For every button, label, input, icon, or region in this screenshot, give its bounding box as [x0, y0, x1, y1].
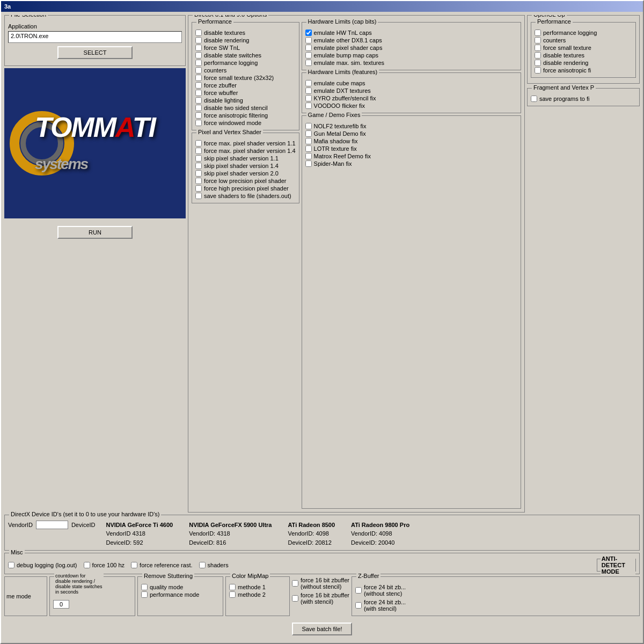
option-checkbox[interactable] [195, 60, 202, 66]
save-button[interactable]: Save batch file! [292, 623, 352, 635]
application-label: Application [8, 23, 182, 30]
option-checkbox[interactable] [305, 123, 312, 129]
top-row: File Selection Application 2.0\TRON.exe … [4, 15, 640, 513]
option-label: disable textures [204, 30, 245, 36]
misc-checkbox[interactable] [84, 562, 90, 568]
list-item: save shaders to file (shaders.out) [195, 192, 296, 200]
zbuffer-24-nostencil-check[interactable] [355, 587, 362, 594]
list-item: counters [195, 67, 296, 74]
option-checkbox[interactable] [195, 148, 202, 154]
zbuffer-16-nostencil-check[interactable] [292, 580, 298, 587]
list-item: disable textures [535, 52, 632, 59]
countdown-title: countdown fordisable rendering /disable … [54, 573, 104, 595]
option-checkbox[interactable] [195, 120, 202, 126]
option-checkbox[interactable] [305, 103, 312, 109]
option-checkbox[interactable] [195, 90, 202, 96]
misc-group: Misc debug logging (log.out)force 100 hz… [4, 553, 640, 574]
list-item: emulate other DX8.1 caps [305, 36, 517, 44]
misc-item: force reference rast. [131, 561, 192, 569]
countdown-box: countdown fordisable rendering /disable … [49, 576, 135, 616]
option-checkbox[interactable] [229, 591, 236, 598]
list-item: force SW TnL [195, 44, 296, 52]
list-item: force anisotropic filtering [195, 112, 296, 119]
option-checkbox[interactable] [535, 67, 541, 74]
option-label: skip pixel shader version 1.1 [204, 155, 279, 162]
zbuffer-16-stencil-check[interactable] [292, 595, 298, 602]
anti-detect-group: ANTI-DETECT MODE textures [597, 559, 636, 572]
option-checkbox[interactable] [195, 45, 202, 51]
option-checkbox[interactable] [195, 178, 202, 184]
option-checkbox[interactable] [305, 60, 312, 66]
option-checkbox[interactable] [195, 163, 202, 169]
option-checkbox[interactable] [535, 37, 541, 43]
misc-checkbox[interactable] [131, 562, 137, 568]
option-checkbox[interactable] [195, 97, 202, 104]
option-checkbox[interactable] [141, 591, 148, 598]
countdown-input[interactable] [53, 600, 69, 609]
option-checkbox[interactable] [305, 37, 312, 43]
option-label: force low precision pixel shader [204, 178, 286, 184]
option-checkbox[interactable] [229, 584, 236, 590]
option-checkbox[interactable] [305, 52, 312, 58]
list-item: performance logging [535, 29, 632, 36]
option-checkbox[interactable] [305, 138, 312, 144]
option-checkbox[interactable] [535, 52, 541, 58]
option-checkbox[interactable] [195, 112, 202, 119]
option-label: emulate max. sim. textures [314, 60, 384, 66]
option-label: force windowed mode [204, 120, 261, 126]
logo-text: TOMMATI systems [35, 111, 155, 175]
zbuffer-24-stencil-check[interactable] [355, 602, 362, 609]
list-item: disable lighting [195, 97, 296, 104]
option-checkbox[interactable] [305, 80, 312, 86]
opengl-perf-group: Performance performance loggingcountersf… [531, 22, 636, 78]
option-checkbox[interactable] [195, 185, 202, 192]
list-item: disable textures [195, 29, 296, 36]
option-checkbox[interactable] [535, 45, 541, 51]
zbuffer-left: force 16 bit zbuffer(without stencil) fo… [292, 576, 349, 616]
option-label: disable rendering [204, 37, 249, 43]
list-item: Gun Metal Demo fix [305, 130, 517, 137]
select-button[interactable]: SELECT [57, 46, 133, 59]
option-checkbox[interactable] [305, 30, 312, 36]
option-checkbox[interactable] [141, 584, 148, 590]
option-checkbox[interactable] [195, 193, 202, 199]
option-checkbox[interactable] [195, 170, 202, 177]
list-item: emulate pixel shader caps [305, 44, 517, 52]
option-checkbox[interactable] [195, 30, 202, 36]
option-checkbox[interactable] [195, 105, 202, 111]
option-checkbox[interactable] [305, 130, 312, 137]
option-checkbox[interactable] [535, 60, 541, 66]
option-label: emulate cube maps [314, 80, 365, 86]
option-checkbox[interactable] [305, 95, 312, 101]
option-checkbox[interactable] [305, 160, 312, 167]
app-path: 2.0\TRON.exe [8, 31, 182, 43]
option-checkbox[interactable] [305, 153, 312, 159]
option-checkbox[interactable] [305, 87, 312, 94]
option-checkbox[interactable] [531, 96, 537, 102]
misc-checkbox[interactable] [199, 562, 206, 568]
anti-detect-title: ANTI-DETECT MODE [601, 555, 635, 575]
run-button[interactable]: RUN [57, 226, 133, 239]
fragment-group: Fragment and Vertex P save programs to f… [527, 88, 640, 106]
file-selection-panel: File Selection Application 2.0\TRON.exe … [4, 15, 186, 513]
vendor-id-input[interactable] [36, 521, 68, 529]
option-label: Gun Metal Demo fix [314, 130, 366, 137]
option-checkbox[interactable] [195, 82, 202, 89]
option-checkbox[interactable] [195, 75, 202, 81]
list-item: skip pixel shader version 1.1 [195, 155, 296, 162]
option-checkbox[interactable] [195, 140, 202, 147]
option-checkbox[interactable] [195, 155, 202, 162]
list-item: force low precision pixel shader [195, 177, 296, 185]
option-checkbox[interactable] [305, 145, 312, 152]
misc-checkbox[interactable] [8, 562, 14, 568]
option-checkbox[interactable] [195, 67, 202, 74]
option-checkbox[interactable] [195, 52, 202, 58]
option-checkbox[interactable] [535, 30, 541, 36]
misc-item: shaders [199, 561, 229, 569]
option-label: save shaders to file (shaders.out) [204, 193, 291, 199]
list-item: disable two sided stencil [195, 104, 296, 112]
zbuffer-24-nostencil-row: force 24 bit zb...(without stenc) [355, 583, 636, 597]
option-checkbox[interactable] [195, 37, 202, 43]
option-checkbox[interactable] [305, 45, 312, 51]
file-selection-title: File Selection [9, 15, 48, 18]
